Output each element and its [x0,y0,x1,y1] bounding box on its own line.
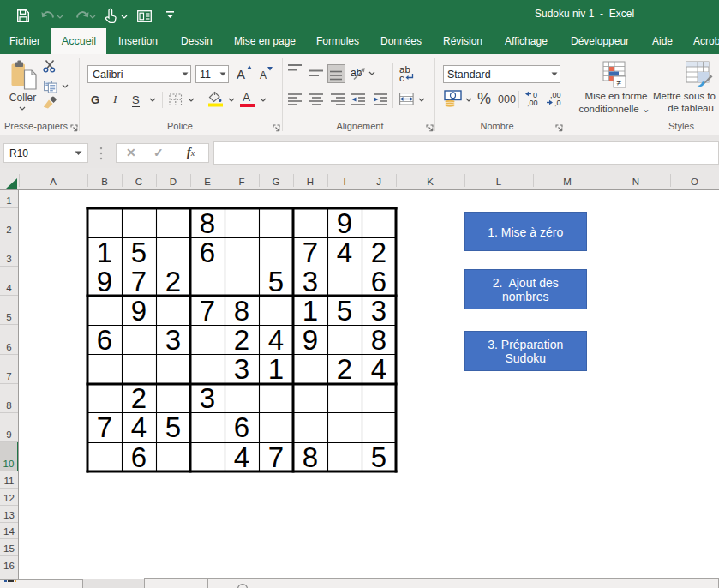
svg-text:7: 7 [97,411,112,443]
svg-text:8: 8 [371,324,386,356]
svg-text:4: 4 [234,441,249,473]
svg-text:4: 4 [337,237,352,268]
svg-text:7: 7 [200,295,215,327]
svg-text:7: 7 [303,237,318,268]
svg-text:2: 2 [371,237,386,268]
svg-text:9: 9 [337,207,352,239]
svg-text:,00: ,00 [527,99,538,107]
svg-text:6: 6 [234,411,249,443]
svg-text:2: 2 [337,353,352,385]
svg-text:≠: ≠ [617,78,622,87]
svg-text:8: 8 [234,295,249,327]
svg-text:5: 5 [131,237,147,268]
svg-text:1: 1 [268,353,284,385]
svg-text:3: 3 [303,266,318,297]
svg-text:4: 4 [371,353,386,385]
svg-text:7: 7 [131,266,147,297]
svg-text:3: 3 [371,295,386,327]
svg-text:3: 3 [200,382,215,414]
svg-text:5: 5 [337,295,352,327]
svg-text:7: 7 [268,441,284,473]
svg-text:3: 3 [234,353,249,385]
svg-text:5: 5 [165,411,181,443]
svg-text:8: 8 [200,207,215,239]
svg-text:6: 6 [371,266,386,297]
svg-text:4: 4 [131,411,147,443]
svg-text:6: 6 [200,237,215,268]
svg-text:6: 6 [131,441,147,473]
svg-text:,0: ,0 [554,99,561,107]
svg-text:2: 2 [165,266,181,297]
svg-text:4: 4 [268,324,284,356]
svg-text:9: 9 [97,266,112,297]
svg-text:3: 3 [165,324,181,356]
svg-text:8: 8 [303,441,318,473]
svg-text:2: 2 [234,324,249,356]
svg-text:5: 5 [268,266,284,297]
svg-text:1: 1 [97,237,112,268]
svg-text:1: 1 [303,295,318,327]
svg-text:2: 2 [131,382,147,414]
svg-text:5: 5 [371,441,386,473]
svg-text:6: 6 [97,324,112,356]
svg-text:9: 9 [131,295,147,327]
svg-text:9: 9 [303,324,318,356]
